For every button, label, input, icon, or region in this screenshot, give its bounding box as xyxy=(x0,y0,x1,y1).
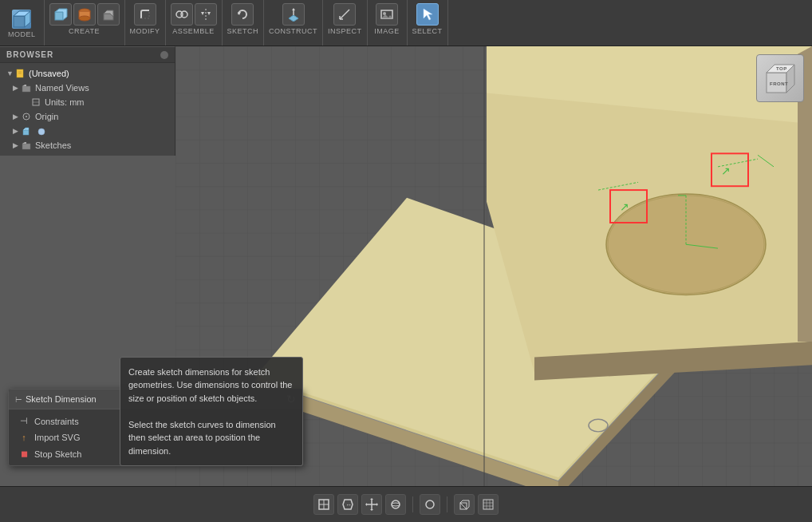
select-icon[interactable] xyxy=(416,3,439,26)
svg-point-82 xyxy=(426,500,434,508)
construct-section: CONSTRUCT xyxy=(264,0,323,45)
model-label: MODEL xyxy=(8,30,36,38)
document-icon xyxy=(14,68,26,79)
create-extrude-icon[interactable] xyxy=(97,3,120,26)
stop-sketch-label: Stop Sketch xyxy=(34,449,81,459)
bottom-separator-1 xyxy=(412,496,413,512)
svg-rect-85 xyxy=(483,500,493,509)
constraints-label: Constraints xyxy=(34,417,79,426)
svg-rect-39 xyxy=(22,144,30,149)
sketch-undo-icon[interactable] xyxy=(231,3,254,26)
assemble-label: ASSEMBLE xyxy=(172,27,215,35)
tree-item-named-views[interactable]: ▶ Named Views xyxy=(0,81,175,95)
tooltip-description2: Select the sketch curves to dimension th… xyxy=(128,418,294,458)
svg-text:TOP: TOP xyxy=(776,66,787,71)
folder-icon xyxy=(21,82,32,93)
assemble-joint-icon[interactable] xyxy=(171,3,193,26)
bottom-view-cube-icon[interactable] xyxy=(454,494,475,515)
svg-rect-29 xyxy=(22,86,30,92)
bottom-toolbar: ↔ xyxy=(0,486,812,522)
modify-section: MODIFY xyxy=(125,0,166,45)
tooltip-box: Create sketch dimensions for sketch geom… xyxy=(120,357,303,467)
tree-item-unsaved[interactable]: ▼ (Unsaved) xyxy=(0,66,175,81)
bottom-pan-icon[interactable] xyxy=(361,494,382,515)
svg-marker-18 xyxy=(292,8,295,10)
svg-text:↗: ↗ xyxy=(620,201,629,214)
bottom-fit-icon[interactable] xyxy=(313,494,334,515)
navigation-cube[interactable]: FRONT TOP xyxy=(756,54,804,102)
svg-marker-84 xyxy=(460,500,469,509)
svg-point-34 xyxy=(26,116,27,117)
bottom-grid-icon[interactable] xyxy=(478,494,499,515)
bodies-icon xyxy=(21,125,32,136)
tree-item-units-label: Units: mm xyxy=(45,97,85,107)
create-cylinder-icon[interactable] xyxy=(73,3,96,26)
nav-cube-face[interactable]: FRONT TOP xyxy=(756,54,804,102)
tree-item-named-views-label: Named Views xyxy=(35,83,89,93)
svg-rect-35 xyxy=(23,130,29,135)
svg-point-80 xyxy=(392,500,400,508)
tree-item-origin-label: Origin xyxy=(35,112,58,121)
svg-point-11 xyxy=(181,11,187,18)
assemble-section: ASSEMBLE xyxy=(166,0,223,45)
tree-item-unsaved-label: (Unsaved) xyxy=(29,69,69,78)
svg-rect-0 xyxy=(14,16,25,27)
modify-fillet-icon[interactable] xyxy=(134,3,156,26)
tree-item-bodies[interactable]: ▶ xyxy=(0,124,175,138)
units-icon xyxy=(30,97,41,108)
sketch-label: SKETCH xyxy=(227,27,259,35)
image-section: IMAGE xyxy=(368,0,408,45)
sketch-title-label: Sketch Dimension xyxy=(26,394,97,404)
sketch-title-icon: ⊢ xyxy=(15,395,22,404)
svg-marker-79 xyxy=(376,503,378,506)
tree-item-sketches-label: Sketches xyxy=(35,140,71,150)
image-label: IMAGE xyxy=(374,27,400,35)
top-toolbar: MODEL xyxy=(0,0,812,46)
select-section: SELECT xyxy=(408,0,448,45)
svg-marker-13 xyxy=(201,12,204,15)
browser-options-icon[interactable] xyxy=(160,51,168,59)
bottom-zoom-extents-icon[interactable]: ↔ xyxy=(337,494,358,515)
svg-point-81 xyxy=(392,503,400,506)
inspect-measure-icon[interactable] xyxy=(333,3,356,26)
tree-item-origin[interactable]: ▶ Origin xyxy=(0,109,175,124)
construct-label: CONSTRUCT xyxy=(269,27,317,35)
svg-marker-76 xyxy=(370,498,373,500)
image-icon[interactable] xyxy=(376,3,398,26)
svg-text:FRONT: FRONT xyxy=(770,81,788,86)
svg-marker-78 xyxy=(365,503,367,506)
svg-marker-16 xyxy=(289,15,298,22)
svg-marker-25 xyxy=(424,9,432,20)
construct-plane-icon[interactable] xyxy=(282,3,305,26)
stop-sketch-icon: ◼ xyxy=(18,449,30,459)
tooltip-description1: Create sketch dimensions for sketch geom… xyxy=(128,366,294,405)
tree-item-sketches[interactable]: ▶ Sketches xyxy=(0,138,175,152)
sketch-section: SKETCH xyxy=(223,0,265,45)
svg-marker-77 xyxy=(370,509,373,511)
svg-rect-3 xyxy=(55,12,63,20)
svg-marker-30 xyxy=(22,85,26,86)
bottom-orbit-icon[interactable] xyxy=(385,494,406,515)
create-label: CREATE xyxy=(69,27,100,35)
browser-title: BROWSER xyxy=(6,50,53,59)
sketch-title: ⊢ Sketch Dimension xyxy=(15,394,97,404)
svg-text:↔: ↔ xyxy=(345,501,352,508)
create-box-icon[interactable] xyxy=(49,3,72,26)
create-section: CREATE xyxy=(45,0,125,45)
svg-marker-40 xyxy=(22,142,26,144)
svg-text:↗: ↗ xyxy=(721,164,731,177)
browser-header: BROWSER xyxy=(0,47,175,63)
tree-item-units[interactable]: ▶ Units: mm xyxy=(0,95,175,109)
svg-marker-37 xyxy=(23,128,26,130)
import-svg-icon: ↑ xyxy=(18,433,30,442)
modify-label: MODIFY xyxy=(130,27,160,35)
select-label: SELECT xyxy=(412,27,443,35)
svg-marker-24 xyxy=(381,14,392,18)
model-section[interactable]: MODEL xyxy=(0,0,45,45)
inspect-label: INSPECT xyxy=(328,27,362,35)
bottom-display-icon[interactable] xyxy=(420,494,440,515)
import-svg-label: Import SVG xyxy=(34,433,80,442)
svg-point-38 xyxy=(38,129,45,135)
assemble-mirror-icon[interactable] xyxy=(195,3,217,26)
svg-line-19 xyxy=(340,10,349,19)
